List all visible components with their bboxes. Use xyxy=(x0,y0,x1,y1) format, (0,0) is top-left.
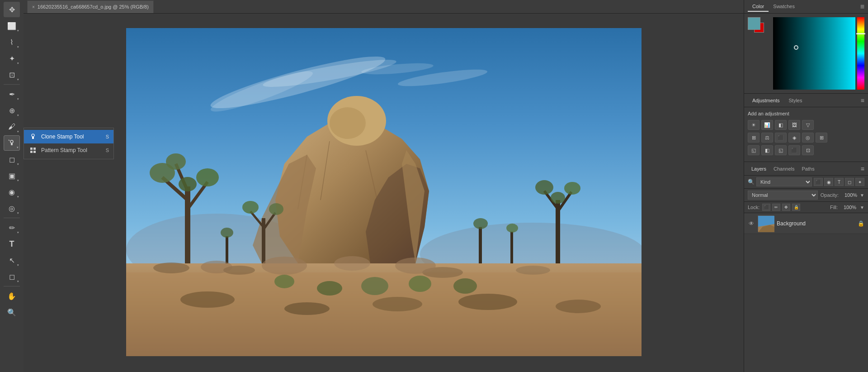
threshold-adj[interactable]: ◱ xyxy=(775,145,787,155)
color-panel-options[interactable]: ≡ xyxy=(860,3,864,11)
photofilter-adj[interactable]: ◈ xyxy=(788,133,800,143)
foreground-color[interactable] xyxy=(748,17,760,30)
filter-icons: ⬛ ◉ T ◻ ✦ xyxy=(814,178,864,186)
divider1 xyxy=(4,84,20,85)
layers-panel-options[interactable]: ≡ xyxy=(861,165,864,172)
svg-rect-51 xyxy=(510,232,513,263)
smart-filter-btn[interactable]: ✦ xyxy=(855,178,864,186)
burn-tool[interactable]: ◎▾ xyxy=(4,200,20,216)
blend-mode-select[interactable]: Normal Multiply Screen Overlay xyxy=(748,191,818,200)
colorbalance-adj[interactable]: ⚖ xyxy=(761,133,773,143)
svg-point-60 xyxy=(458,294,517,310)
zoom-tool[interactable]: 🔍 xyxy=(4,305,20,320)
layers-filter-row: 🔍 Kind ⬛ ◉ T ◻ ✦ xyxy=(744,176,868,189)
shape-tool[interactable]: ◻▾ xyxy=(4,269,20,284)
color-tab[interactable]: Color xyxy=(748,2,769,12)
svg-rect-6 xyxy=(33,148,36,150)
main-area: × 16620235516_ca668657cd_o.jpg @ 25% (RG… xyxy=(24,0,744,372)
opacity-arrow[interactable]: ▼ xyxy=(860,193,864,198)
clone-stamp-icon xyxy=(28,132,38,141)
clone-stamp-shortcut: S xyxy=(106,134,109,139)
svg-rect-4 xyxy=(32,137,34,139)
adjustments-panel-options[interactable]: ≡ xyxy=(861,97,864,104)
clone-stamp-tool-item[interactable]: Clone Stamp Tool S xyxy=(24,130,113,143)
gradient-map-adj[interactable]: ⬛ xyxy=(788,145,800,155)
svg-point-44 xyxy=(535,180,553,195)
adj-filter-btn[interactable]: ◉ xyxy=(824,178,833,186)
pen-tool[interactable]: ✏▾ xyxy=(4,220,20,235)
svg-point-40 xyxy=(269,203,283,215)
blur-tool[interactable]: ◉▾ xyxy=(4,184,20,200)
fill-value: 100% xyxy=(840,205,856,210)
hsl-adj[interactable]: ⊞ xyxy=(748,133,760,143)
brush-tool[interactable]: 🖌▾ xyxy=(4,119,20,134)
svg-point-59 xyxy=(373,297,422,311)
curves-adj[interactable]: ◧ xyxy=(775,120,787,130)
svg-point-61 xyxy=(556,300,601,313)
canvas-image[interactable] xyxy=(126,28,642,356)
document-tab[interactable]: × 16620235516_ca668657cd_o.jpg @ 25% (RG… xyxy=(27,0,154,13)
background-layer-lock-icon: 🔒 xyxy=(858,220,864,227)
adjustments-panel-tabs: Adjustments Styles ≡ xyxy=(744,94,868,107)
eyedropper-tool[interactable]: ✒▾ xyxy=(4,86,20,102)
exposure-adj[interactable]: 🖼 xyxy=(788,120,800,130)
bw-adj[interactable]: ⬛ xyxy=(775,133,787,143)
invert-adj[interactable]: ◱ xyxy=(748,145,760,155)
pattern-stamp-label: Pattern Stamp Tool xyxy=(41,147,87,153)
canvas-area[interactable] xyxy=(24,14,744,372)
left-toolbar: ✥ ⬜▾ ⌇▾ ✦▾ ⊡▾ ✒▾ ⊕▾ 🖌▾ ▾ ◻▾ ▣▾ ◉▾ ◎▾ ✏▾ … xyxy=(0,0,24,372)
paths-tab[interactable]: Paths xyxy=(798,164,818,173)
gradient-tool[interactable]: ▣▾ xyxy=(4,168,20,183)
lock-position-btn[interactable]: ✏ xyxy=(772,204,780,211)
svg-point-46 xyxy=(551,192,565,204)
path-select-tool[interactable]: ↖▾ xyxy=(4,253,20,268)
vibrance-adj[interactable]: ▽ xyxy=(802,120,814,130)
type-filter-btn[interactable]: T xyxy=(835,178,844,186)
posterize-adj[interactable]: ◧ xyxy=(761,145,773,155)
lock-pixels-btn[interactable]: ⬛ xyxy=(762,204,770,211)
svg-point-69 xyxy=(395,258,436,274)
crop-tool[interactable]: ⊡▾ xyxy=(4,67,20,82)
tab-close-btn[interactable]: × xyxy=(32,5,35,10)
healing-tool[interactable]: ⊕▾ xyxy=(4,103,20,118)
background-layer[interactable]: 👁 Background 🔒 xyxy=(744,213,868,234)
hue-strip[interactable] xyxy=(857,17,864,90)
channels-tab[interactable]: Channels xyxy=(770,164,798,173)
pattern-stamp-icon xyxy=(28,146,38,155)
lock-artboards-btn[interactable]: ✥ xyxy=(782,204,790,211)
clone-stamp-tool[interactable]: ▾ xyxy=(4,135,20,151)
pixel-filter-btn[interactable]: ⬛ xyxy=(814,178,823,186)
magic-wand-tool[interactable]: ✦▾ xyxy=(4,51,20,66)
svg-point-45 xyxy=(564,182,580,195)
channelmixer-adj[interactable]: ◎ xyxy=(802,133,814,143)
selective-color-adj[interactable]: ⊡ xyxy=(802,145,814,155)
pattern-stamp-tool-item[interactable]: Pattern Stamp Tool S xyxy=(24,143,113,157)
color-gradient-picker[interactable] xyxy=(773,17,855,90)
marquee-tool[interactable]: ⬜▾ xyxy=(4,18,20,33)
fill-arrow[interactable]: ▼ xyxy=(860,205,864,210)
layer-visibility-icon[interactable]: 👁 xyxy=(748,220,755,227)
swatches-tab[interactable]: Swatches xyxy=(769,2,799,12)
svg-point-53 xyxy=(153,262,189,273)
styles-tab[interactable]: Styles xyxy=(784,96,807,105)
svg-point-48 xyxy=(221,228,233,238)
move-tool[interactable]: ✥ xyxy=(4,2,20,17)
kind-filter-select[interactable]: Kind xyxy=(756,177,812,186)
layers-panel-tabs: Layers Channels Paths ≡ xyxy=(744,162,868,176)
levels-adj[interactable]: 📊 xyxy=(761,120,773,130)
svg-rect-8 xyxy=(33,151,36,153)
color-panel: Color Swatches ≡ xyxy=(744,0,868,94)
adjustments-tab[interactable]: Adjustments xyxy=(748,96,784,105)
colorlookup-adj[interactable]: ⊞ xyxy=(816,133,827,143)
layers-tab[interactable]: Layers xyxy=(748,164,770,173)
eraser-tool[interactable]: ◻▾ xyxy=(4,152,20,167)
shape-filter-btn[interactable]: ◻ xyxy=(845,178,854,186)
lock-all-btn[interactable]: 🔒 xyxy=(792,204,800,211)
fill-label: Fill: xyxy=(830,205,838,210)
divider3 xyxy=(4,286,20,286)
canvas-frame xyxy=(126,28,642,358)
type-tool[interactable]: T xyxy=(4,236,20,252)
brightness-adj[interactable]: ☀ xyxy=(748,120,760,130)
lasso-tool[interactable]: ⌇▾ xyxy=(4,34,20,50)
hand-tool[interactable]: ✋ xyxy=(4,288,20,304)
